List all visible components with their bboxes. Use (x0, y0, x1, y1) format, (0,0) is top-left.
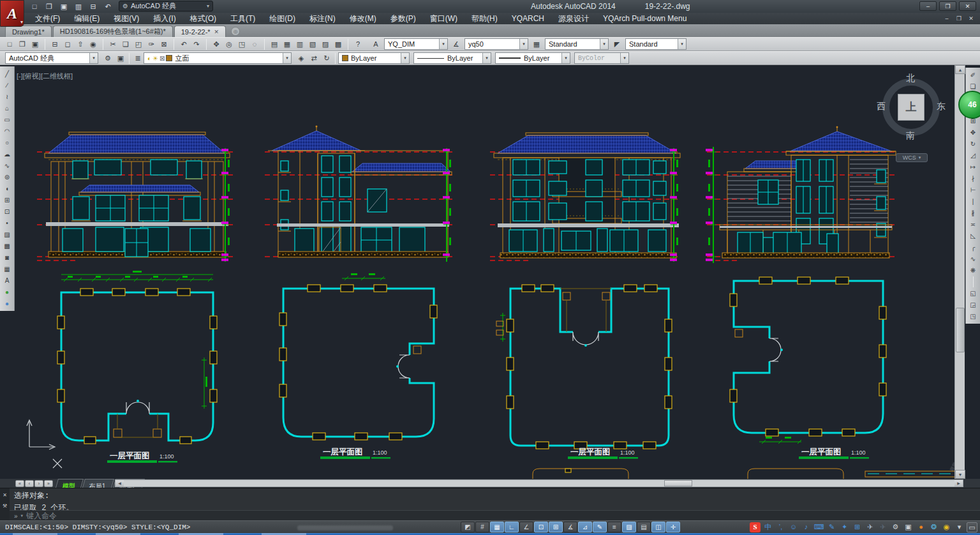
menu-item-12[interactable]: 帮助(H) (464, 13, 505, 24)
gradient-button[interactable]: ▩ (2, 241, 13, 252)
menu-item-2[interactable]: 编辑(E) (67, 13, 107, 24)
pan-button[interactable]: ✥ (211, 38, 222, 50)
tool-palettes-button[interactable]: ▥ (294, 38, 306, 50)
viewport-controls-label[interactable]: [-][俯视][二维线框] (17, 72, 73, 81)
workspace-save-button[interactable]: ▣ (115, 52, 126, 64)
soft-keyboard-icon[interactable]: ⌨ (813, 522, 824, 532)
horizontal-scroll-thumb[interactable] (664, 480, 692, 486)
explode-button[interactable]: ❋ (968, 265, 979, 276)
menu-item-7[interactable]: 绘图(D) (262, 13, 302, 24)
stretch-button[interactable]: ↦ (968, 162, 979, 172)
quick-properties-toggle[interactable]: ▤ (637, 522, 651, 532)
chamfer-button[interactable]: ◺ (968, 230, 979, 241)
rectangle-button[interactable]: ▭ (2, 114, 13, 125)
open-button[interactable]: ❐ (17, 38, 28, 50)
voice-input-icon[interactable]: ♪ (801, 522, 812, 532)
erase-button[interactable]: ✐ (968, 70, 979, 80)
menu-item-8[interactable]: 标注(N) (302, 13, 343, 24)
mdi-close-button[interactable]: ✕ (966, 15, 976, 22)
lineweight-display-toggle[interactable]: ≡ (607, 522, 621, 532)
comm-center-off-icon[interactable]: ✈ (877, 522, 888, 532)
scale-button[interactable]: ◿ (968, 150, 979, 161)
annotation-balloon-icon[interactable]: ◉ (941, 522, 952, 532)
handwriting-icon[interactable]: ✎ (826, 522, 837, 532)
dynamic-ucs-toggle[interactable]: ⊿ (578, 522, 592, 532)
menu-item-4[interactable]: 插入(I) (146, 13, 182, 24)
toolbox-icon[interactable]: ⊞ (852, 522, 863, 532)
transparency-toggle[interactable]: ▨ (622, 522, 636, 532)
paste-button[interactable]: ◰ (133, 38, 144, 50)
zoom-previous-button[interactable]: ◌ (249, 38, 260, 50)
layer-properties-manager-button[interactable]: ≣ (132, 52, 144, 64)
horizontal-scrollbar[interactable]: ◀ ▶ (115, 479, 963, 487)
scroll-up-icon[interactable]: ▲ (955, 65, 965, 74)
help-button[interactable]: ? (352, 38, 364, 50)
layer-lock-icon[interactable]: ⊠ (160, 55, 165, 62)
ellipse-arc-button[interactable]: ◖ (2, 183, 13, 194)
open-button[interactable]: ❐ (44, 3, 54, 11)
circle-button[interactable]: ○ (2, 137, 13, 148)
undo-button[interactable]: ↶ (103, 3, 113, 11)
emoticon-icon[interactable]: ☺ (788, 522, 799, 532)
blend-curves-button[interactable]: ∿ (968, 253, 979, 264)
tray-arrow-icon[interactable]: ▾ (954, 522, 965, 532)
sheet-set-manager-button[interactable]: ▧ (307, 38, 318, 50)
scroll-right-icon[interactable]: ▶ (954, 480, 963, 486)
comm-center-icon[interactable]: ✈ (865, 522, 875, 532)
tab-prev-button[interactable]: ‹ (25, 480, 34, 487)
text-style-combo[interactable]: YQ_DIM▾ (384, 38, 448, 50)
command-input[interactable]: » ▾ 键入命令 (10, 510, 980, 521)
plot-button[interactable]: ⊟ (49, 38, 61, 50)
match-properties-button[interactable]: ✑ (145, 38, 157, 50)
qnew-button[interactable]: □ (29, 3, 40, 10)
undo-button[interactable]: ↶ (178, 38, 189, 50)
annotation-monitor-toggle[interactable]: ✛ (666, 522, 680, 532)
draworder-above-button[interactable]: ◳ (968, 311, 979, 322)
menu-item-6[interactable]: 工具(T) (223, 13, 262, 24)
point-button[interactable]: • (2, 218, 13, 229)
save-as-button[interactable]: ▥ (73, 3, 84, 11)
drawing-canvas[interactable]: 一层平面图 1:100 一层平面图 1:100 一层平面图 1:100 一层平面… (0, 65, 980, 479)
layer-states-button[interactable]: ⇄ (308, 52, 320, 64)
table-button[interactable]: ▦ (2, 264, 13, 275)
3d-object-snap-toggle[interactable]: ⊞ (549, 522, 563, 532)
properties-palette-button[interactable]: ▤ (269, 38, 280, 50)
viewcube-top-face[interactable]: 上 (898, 94, 924, 121)
revision-cloud-button[interactable]: ☁ (2, 149, 13, 160)
minimize-button[interactable]: – (919, 1, 937, 11)
scroll-left-icon[interactable]: ◀ (115, 480, 124, 486)
color-combo[interactable]: ByLayer ▾ (338, 52, 410, 64)
make-block-button[interactable]: ⊡ (2, 206, 13, 217)
customize-wrench-icon[interactable]: ⚒ (3, 503, 7, 509)
publish-button[interactable]: ⇧ (75, 38, 86, 50)
tab-first-button[interactable]: « (15, 480, 24, 487)
polar-tracking-toggle[interactable]: ∠ (519, 522, 533, 532)
insert-block-button[interactable]: ⊞ (2, 195, 13, 206)
fillet-button[interactable]: ╭ (968, 242, 979, 253)
snap-mode-toggle[interactable]: # (475, 522, 489, 532)
punctuation-icon[interactable]: ’, (775, 522, 786, 532)
new-tab-button[interactable]: ◎ (231, 27, 240, 36)
trim-button[interactable]: ∤ (968, 173, 979, 184)
lineweight-combo[interactable]: ByLayer ▾ (495, 52, 570, 64)
construction-line-button[interactable]: ∕ (2, 80, 13, 91)
scroll-down-icon[interactable]: ▼ (955, 470, 965, 479)
close-icon[interactable]: ✕ (3, 492, 7, 498)
mdi-minimize-button[interactable]: – (942, 15, 952, 22)
tab-next-button[interactable]: › (34, 480, 43, 487)
layout-tab-1[interactable]: 模型 (56, 479, 84, 488)
file-tab-2[interactable]: HD190816-169特色景墙(1~6#箱)* (53, 26, 173, 37)
settings-gear-icon[interactable]: ⚙ (890, 522, 901, 532)
compass-east[interactable]: 东 (937, 101, 946, 112)
layout-tab-2[interactable]: 布局1 (82, 479, 114, 488)
spline-button[interactable]: ∿ (2, 160, 13, 171)
multiline-text-button[interactable]: A (2, 275, 13, 286)
polyline-button[interactable]: ≀ (2, 91, 13, 102)
lock-toolbars-icon[interactable]: ▣ (903, 522, 914, 532)
designcenter-button[interactable]: ▦ (281, 38, 293, 50)
workspace-switcher[interactable]: ⚙ AutoCAD 经典 ▾ (119, 1, 213, 11)
menu-item-14[interactable]: 源泉设计 (551, 13, 596, 24)
arc-button[interactable]: ◠ (2, 126, 13, 137)
workspace-settings-button[interactable]: ⚙ (102, 52, 114, 64)
layer-combo[interactable]: ◐☀⊠ 立面 ▾ (144, 52, 292, 64)
